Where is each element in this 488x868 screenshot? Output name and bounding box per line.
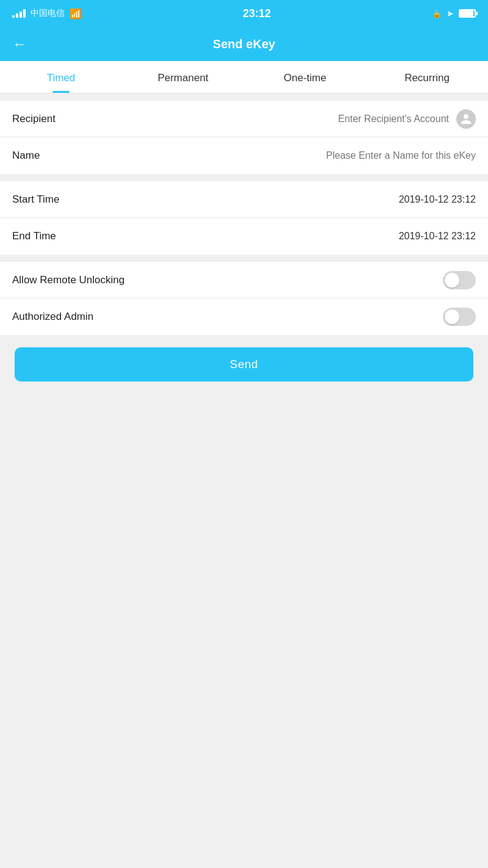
location-icon: ➤ (447, 9, 454, 18)
send-section: Send (0, 335, 488, 394)
recipient-contact-icon[interactable] (456, 109, 476, 129)
tab-active-indicator (52, 91, 70, 93)
tab-permanent[interactable]: Permanent (122, 61, 244, 93)
recipient-label: Recipient (12, 113, 98, 125)
signal-icon (12, 9, 26, 18)
status-bar-right: 🔒 ➤ (432, 9, 476, 18)
header: ← Send eKey (0, 27, 488, 61)
person-icon (460, 113, 472, 125)
back-button[interactable]: ← (12, 35, 27, 52)
end-time-row[interactable]: End Time 2019-10-12 23:12 (0, 218, 488, 255)
authorized-admin-label: Authorized Admin (12, 311, 98, 323)
remote-unlocking-label: Allow Remote Unlocking (12, 274, 124, 286)
tab-one-time[interactable]: One-time (244, 61, 366, 93)
end-time-value: 2019-10-12 23:12 (98, 231, 476, 242)
remote-unlocking-toggle[interactable] (443, 271, 476, 289)
toggle-section: Allow Remote Unlocking Authorized Admin (0, 262, 488, 335)
tab-timed-label: Timed (47, 72, 76, 84)
section-gap-2 (0, 174, 488, 181)
end-time-label: End Time (12, 230, 98, 242)
battery-icon (459, 9, 476, 18)
recipient-name-section: Recipient Name (0, 101, 488, 174)
name-row: Name (0, 137, 488, 174)
remote-unlocking-knob (445, 273, 459, 288)
page-title: Send eKey (213, 37, 275, 51)
name-input[interactable] (98, 150, 476, 161)
status-bar: 中国电信 📶 23:12 🔒 ➤ (0, 0, 488, 27)
authorized-admin-knob (445, 309, 459, 324)
start-time-value: 2019-10-12 23:12 (98, 194, 476, 205)
wifi-icon: 📶 (70, 8, 82, 20)
time-section: Start Time 2019-10-12 23:12 End Time 201… (0, 181, 488, 255)
recipient-row: Recipient (0, 101, 488, 137)
authorized-admin-toggle[interactable] (443, 308, 476, 326)
tab-recurring-label: Recurring (404, 72, 450, 84)
tab-one-time-label: One-time (284, 72, 326, 84)
tabs-bar: Timed Permanent One-time Recurring (0, 61, 488, 93)
recipient-input[interactable] (98, 114, 449, 125)
section-gap-3 (0, 255, 488, 262)
section-gap-1 (0, 93, 488, 101)
lock-icon: 🔒 (432, 9, 442, 18)
back-arrow-icon: ← (12, 35, 27, 52)
tab-recurring[interactable]: Recurring (366, 61, 488, 93)
name-label: Name (12, 150, 98, 162)
tab-timed[interactable]: Timed (0, 61, 122, 93)
status-time: 23:12 (243, 7, 271, 20)
start-time-label: Start Time (12, 193, 98, 206)
status-bar-left: 中国电信 📶 (12, 8, 82, 20)
carrier-label: 中国电信 (30, 8, 65, 19)
tab-permanent-label: Permanent (157, 72, 208, 84)
start-time-row[interactable]: Start Time 2019-10-12 23:12 (0, 181, 488, 218)
send-button[interactable]: Send (15, 347, 473, 382)
page-background (0, 394, 488, 638)
authorized-admin-row: Authorized Admin (0, 298, 488, 335)
remote-unlocking-row: Allow Remote Unlocking (0, 262, 488, 298)
